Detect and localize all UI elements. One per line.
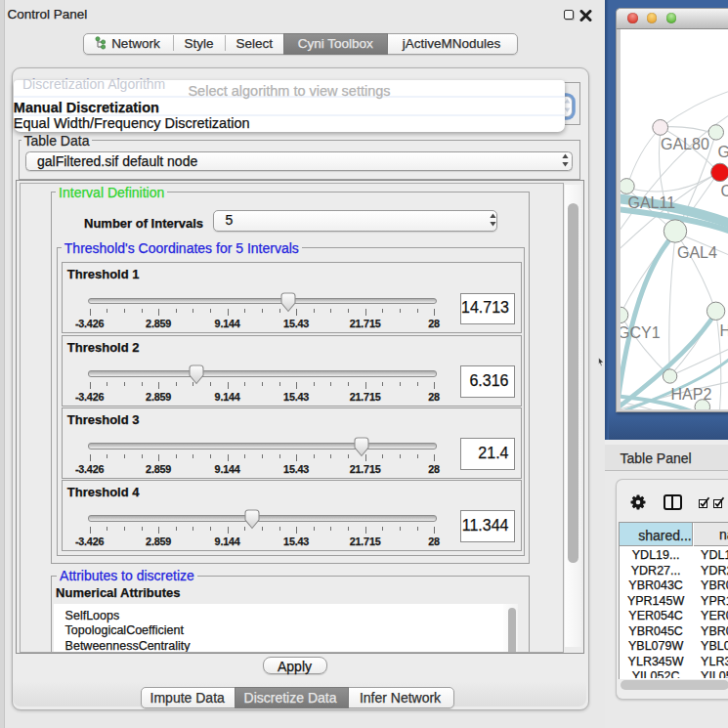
svg-text:GAL80: GAL80 <box>661 136 709 152</box>
svg-text:H: H <box>719 322 728 339</box>
svg-text:HAP2: HAP2 <box>670 386 711 403</box>
svg-text:GCY1: GCY1 <box>621 324 661 341</box>
svg-text:C: C <box>720 183 728 199</box>
svg-text:GA: GA <box>717 144 728 160</box>
svg-text:GAL11: GAL11 <box>627 194 675 211</box>
svg-text:GAL4: GAL4 <box>677 244 717 261</box>
